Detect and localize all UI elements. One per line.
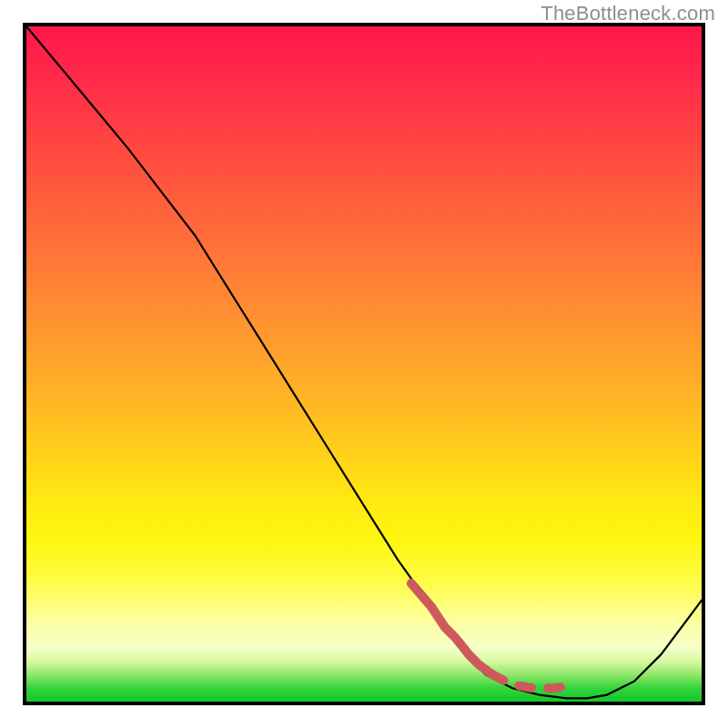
plot-frame bbox=[23, 23, 705, 705]
plot-overlay bbox=[26, 26, 702, 702]
bottleneck-curve-path bbox=[26, 26, 702, 698]
highlight-dashed-path bbox=[492, 674, 567, 688]
highlight-solid-path bbox=[411, 583, 492, 674]
chart-container: TheBottleneck.com bbox=[0, 0, 728, 728]
